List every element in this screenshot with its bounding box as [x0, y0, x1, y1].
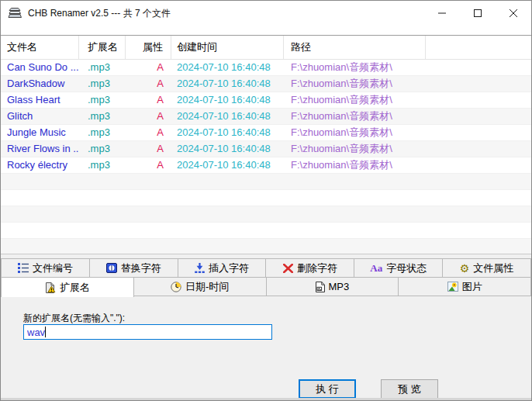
cell-created: 2024-07-10 16:40:48	[171, 92, 284, 108]
close-button[interactable]	[496, 1, 531, 26]
table-row[interactable]: Glitch.mp3A2024-07-10 16:40:48F:\zhuomia…	[1, 109, 531, 125]
file-table-header: 文件名扩展名属性创建时间路径	[1, 36, 531, 60]
gear-icon: ⚙	[460, 263, 470, 274]
tab-file-attributes[interactable]: ⚙文件属性	[442, 258, 531, 277]
tab-label: 删除字符	[297, 261, 337, 275]
cell-attr: A	[126, 60, 171, 75]
tab-date-time[interactable]: 日期-时间	[133, 277, 267, 296]
tab-mp3[interactable]: MP3	[266, 277, 399, 296]
new-extension-label: 新的扩展名(无需输入"."):	[23, 312, 125, 325]
header-row: 文件名扩展名属性创建时间路径	[1, 36, 531, 60]
cell-name: Jungle Music	[1, 125, 79, 140]
column-header-attr[interactable]: 属性	[126, 36, 171, 59]
text-caret	[45, 327, 46, 337]
tab-label: 字母状态	[386, 261, 427, 275]
cell-attr: A	[126, 76, 171, 92]
cell-name: Glass Heart	[1, 92, 79, 108]
table-row[interactable]: River Flows in ....mp3A2024-07-10 16:40:…	[1, 141, 531, 157]
table-row[interactable]: Rocky électry.mp3A2024-07-10 16:40:48F:\…	[1, 157, 531, 174]
cell-ext: .mp3	[79, 92, 126, 108]
cell-name: River Flows in ...	[1, 141, 79, 157]
execute-button[interactable]: 执 行	[299, 379, 356, 399]
tab-label: 文件属性	[473, 261, 513, 275]
cell-filler	[426, 141, 531, 157]
cell-attr: A	[126, 141, 171, 157]
cell-ext: .mp3	[79, 141, 126, 157]
tab-label: MP3	[329, 281, 350, 292]
cell-name: DarkShadow	[1, 76, 79, 92]
cell-created: 2024-07-10 16:40:48	[171, 157, 284, 173]
tool-tabstrip: 文件编号替换字符插入字符删除字符Aa字母状态⚙文件属性 扩展名日期-时间MP3图…	[1, 258, 531, 296]
tab-extension[interactable]: 扩展名	[1, 277, 134, 297]
extension-panel: 新的扩展名(无需输入"."): 执 行 预 览	[1, 296, 531, 399]
tab-label: 扩展名	[60, 281, 90, 295]
mp3-doc-icon	[316, 282, 325, 292]
cell-created: 2024-07-10 16:40:48	[171, 76, 284, 92]
tab-label: 插入字符	[209, 261, 249, 275]
cell-filler	[426, 92, 531, 108]
cell-filler	[426, 125, 531, 140]
column-header-name[interactable]: 文件名	[1, 36, 79, 59]
cell-name: Can Suno Do ...	[1, 60, 79, 75]
table-row[interactable]: Can Suno Do ....mp3A2024-07-10 16:40:48F…	[1, 60, 531, 76]
cell-filler	[426, 60, 531, 75]
tab-label: 替换字符	[121, 261, 161, 275]
cell-filler	[426, 157, 531, 173]
cell-path: F:\zhuomian\音频素材\	[284, 76, 426, 92]
tab-label: 图片	[462, 280, 482, 294]
cell-ext: .mp3	[79, 60, 126, 75]
cell-path: F:\zhuomian\音频素材\	[284, 109, 426, 124]
cell-created: 2024-07-10 16:40:48	[171, 141, 284, 157]
empty-row	[1, 206, 531, 223]
cell-ext: .mp3	[79, 157, 126, 173]
extension-doc-icon	[45, 282, 56, 293]
preview-button[interactable]: 预 览	[381, 379, 438, 399]
column-header-created[interactable]: 创建时间	[171, 36, 284, 59]
minimize-button[interactable]	[424, 1, 460, 26]
file-table-body: Can Suno Do ....mp3A2024-07-10 16:40:48F…	[1, 60, 531, 254]
empty-row	[1, 239, 531, 254]
new-extension-input[interactable]	[23, 324, 272, 340]
app-icon	[8, 7, 22, 19]
tab-label: 日期-时间	[185, 280, 229, 294]
empty-row	[1, 190, 531, 206]
cell-attr: A	[126, 109, 171, 124]
tab-delete-chars[interactable]: 删除字符	[265, 258, 354, 277]
cell-created: 2024-07-10 16:40:48	[171, 125, 284, 140]
cell-ext: .mp3	[79, 109, 126, 124]
cell-attr: A	[126, 125, 171, 140]
letter-case-icon: Aa	[370, 262, 382, 275]
column-header-ext[interactable]: 扩展名	[79, 36, 126, 59]
cell-path: F:\zhuomian\音频素材\	[284, 125, 426, 140]
delete-x-icon	[283, 264, 293, 273]
replace-icon	[106, 263, 117, 273]
tab-row-2: 扩展名日期-时间MP3图片	[1, 277, 531, 296]
tab-file-number[interactable]: 文件编号	[1, 258, 90, 277]
tab-image[interactable]: 图片	[398, 277, 531, 296]
cell-attr: A	[126, 157, 171, 173]
column-header-path[interactable]: 路径	[284, 36, 426, 59]
cell-created: 2024-07-10 16:40:48	[171, 109, 284, 124]
app-window: CHB Renamer v2.5 --- 共 7 个文件 文件名扩展名属性创建时…	[0, 0, 532, 401]
window-title: CHB Renamer v2.5 --- 共 7 个文件	[28, 7, 171, 20]
cell-path: F:\zhuomian\音频素材\	[284, 157, 426, 173]
cell-path: F:\zhuomian\音频素材\	[284, 92, 426, 108]
empty-row	[1, 223, 531, 239]
tab-insert-chars[interactable]: 插入字符	[178, 258, 267, 277]
column-header-filler	[426, 36, 531, 59]
tab-letter-case[interactable]: Aa字母状态	[354, 258, 443, 277]
tab-replace-chars[interactable]: 替换字符	[89, 258, 178, 277]
cell-ext: .mp3	[79, 76, 126, 92]
cell-name: Glitch	[1, 109, 79, 124]
table-row[interactable]: Glass Heart.mp3A2024-07-10 16:40:48F:\zh…	[1, 92, 531, 109]
tab-label: 文件编号	[33, 261, 73, 275]
empty-row	[1, 174, 531, 190]
cell-name: Rocky électry	[1, 157, 79, 173]
table-row[interactable]: DarkShadow.mp3A2024-07-10 16:40:48F:\zhu…	[1, 76, 531, 92]
table-row[interactable]: Jungle Music.mp3A2024-07-10 16:40:48F:\z…	[1, 125, 531, 141]
numbered-list-icon	[18, 263, 29, 273]
insert-icon	[195, 263, 205, 273]
file-table: 文件名扩展名属性创建时间路径 Can Suno Do ....mp3A2024-…	[1, 35, 531, 254]
maximize-button[interactable]	[460, 1, 496, 26]
tab-row-1: 文件编号替换字符插入字符删除字符Aa字母状态⚙文件属性	[1, 258, 531, 277]
